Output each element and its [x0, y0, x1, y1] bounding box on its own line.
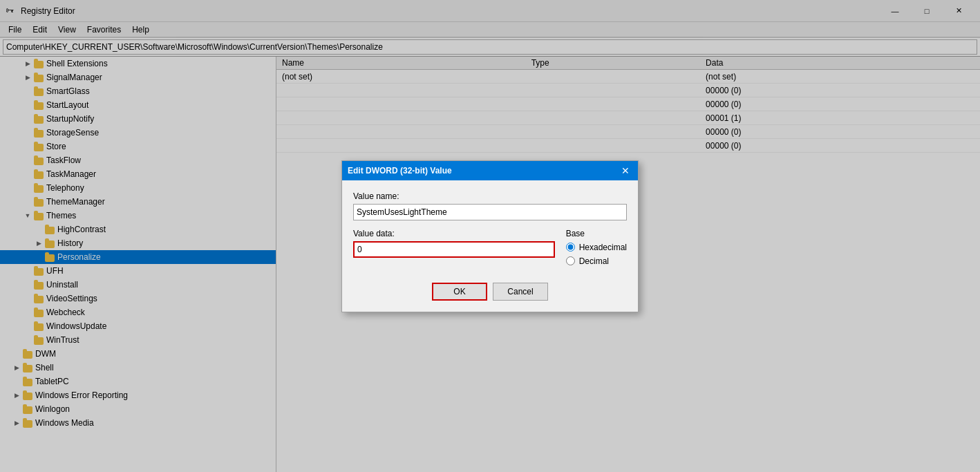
value-data-label: Value data: [353, 229, 555, 238]
modal-close-button[interactable]: ✕ [619, 164, 632, 178]
value-name-input[interactable] [353, 204, 627, 220]
cancel-button[interactable]: Cancel [493, 283, 548, 301]
edit-dword-dialog: Edit DWORD (32-bit) Value ✕ Value name: … [341, 160, 639, 312]
base-label: Base [566, 229, 627, 238]
modal-footer: OK Cancel [342, 277, 638, 312]
hexadecimal-label: Hexadecimal [579, 243, 627, 252]
radio-group: Hexadecimal Decimal [566, 243, 627, 266]
decimal-radio[interactable] [566, 256, 575, 265]
modal-title: Edit DWORD (32-bit) Value [348, 166, 452, 176]
modal-body: Value name: Value data: Base Hexadecimal [342, 180, 638, 277]
decimal-option[interactable]: Decimal [566, 256, 627, 266]
hexadecimal-radio[interactable] [566, 243, 575, 252]
modal-title-bar: Edit DWORD (32-bit) Value ✕ [342, 161, 638, 180]
ok-button[interactable]: OK [432, 283, 487, 301]
base-section: Base Hexadecimal Decimal [566, 229, 627, 266]
decimal-label: Decimal [579, 256, 609, 266]
value-data-section: Value data: [353, 229, 555, 266]
value-data-input[interactable] [353, 241, 555, 258]
hexadecimal-option[interactable]: Hexadecimal [566, 243, 627, 252]
value-name-label: Value name: [353, 191, 627, 201]
modal-overlay: Edit DWORD (32-bit) Value ✕ Value name: … [0, 0, 980, 472]
modal-row: Value data: Base Hexadecimal Decimal [353, 229, 627, 266]
